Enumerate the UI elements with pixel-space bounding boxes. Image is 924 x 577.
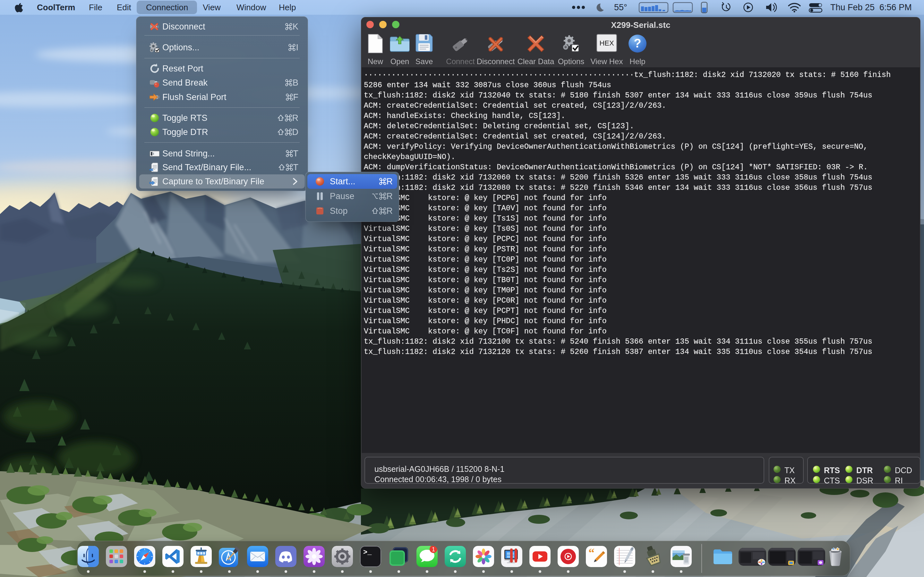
- svg-text:>_: >_: [363, 548, 372, 556]
- svg-text:1: 1: [432, 546, 435, 553]
- svg-text:Thu Feb 25 6:56 PM: Thu Feb 25 6:56 PM: [830, 3, 912, 12]
- svg-text:55°: 55°: [614, 3, 627, 12]
- svg-text:“: “: [588, 546, 594, 559]
- svg-text:?: ?: [634, 37, 641, 50]
- svg-text:HEX: HEX: [599, 39, 614, 47]
